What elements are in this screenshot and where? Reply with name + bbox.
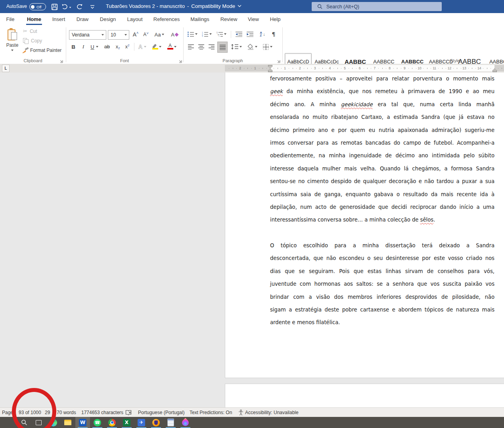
notepad-icon[interactable]: [163, 417, 178, 428]
firefox-focus-icon[interactable]: [149, 417, 163, 428]
font-color-button[interactable]: A: [165, 42, 178, 52]
font-name-value: Verdana: [69, 32, 102, 38]
ruler-tick: [263, 68, 263, 69]
tab-home[interactable]: Home: [26, 15, 42, 25]
strikethrough-button[interactable]: ab: [102, 42, 112, 52]
line-spacing-button[interactable]: [230, 42, 243, 52]
ruler-tick: [457, 68, 457, 69]
page-indicator[interactable]: 93 of 1000: [19, 408, 41, 417]
accessibility-status[interactable]: Accessibility: Unavailable: [245, 408, 299, 417]
ruler-tick: [244, 68, 244, 69]
word-icon[interactable]: W: [75, 417, 90, 428]
ruler-tick: [483, 68, 483, 69]
show-hide-marks-button[interactable]: ¶: [270, 29, 278, 39]
cut-button[interactable]: ✂ Cut: [23, 28, 37, 34]
color-drop-icon[interactable]: [178, 417, 193, 428]
copy-button[interactable]: Copy: [23, 38, 42, 44]
clear-formatting-button[interactable]: A: [169, 30, 180, 39]
word-count-prefix[interactable]: 29: [45, 408, 50, 417]
shading-button[interactable]: [246, 42, 259, 52]
flight-app-icon[interactable]: ✈: [134, 417, 149, 428]
numbering-button[interactable]: 1 2 3: [201, 29, 213, 39]
save-button[interactable]: [50, 2, 59, 11]
justify-button[interactable]: [217, 42, 228, 53]
tab-insert[interactable]: Insert: [52, 15, 66, 23]
increase-indent-button[interactable]: [245, 29, 255, 39]
bullets-button[interactable]: [186, 29, 198, 39]
undo-button[interactable]: [60, 2, 72, 11]
search-placeholder: Search (Alt+Q): [326, 4, 359, 10]
tab-references[interactable]: References: [153, 15, 180, 23]
text-highlight-button[interactable]: [150, 42, 163, 52]
tab-design[interactable]: Design: [99, 15, 117, 23]
tab-stop-selector[interactable]: L: [2, 65, 10, 72]
paragraph-dialog-launcher[interactable]: [276, 58, 281, 63]
ruler-tick: [289, 68, 289, 69]
search-box[interactable]: Search (Alt+Q): [312, 2, 442, 11]
file-explorer-icon[interactable]: [61, 417, 75, 428]
tab-review[interactable]: Review: [220, 15, 238, 23]
horizontal-ruler[interactable]: 121234567891011121314: [225, 65, 504, 71]
document-page-1[interactable]: fervorosamente positiva – aproveitei par…: [225, 73, 504, 378]
superscript-button[interactable]: x2: [123, 42, 132, 52]
customize-quick-access-button[interactable]: [88, 2, 97, 11]
shrink-font-button[interactable]: A˅: [141, 30, 151, 39]
autosave-toggle[interactable]: Off: [29, 3, 46, 10]
format-painter-button[interactable]: Format Painter: [22, 48, 61, 53]
align-center-button[interactable]: [197, 42, 205, 52]
subscript-button[interactable]: x2: [113, 42, 122, 52]
ruler-tick: [502, 68, 502, 69]
document-text[interactable]: fervorosamente positiva – aproveitei par…: [270, 73, 494, 329]
window-title: Tubarões Voadores 2 - manuscrito - Compa…: [106, 3, 241, 9]
autosave-state: Off: [36, 5, 42, 9]
decrease-indent-button[interactable]: [234, 29, 243, 39]
text-predictions-indicator[interactable]: Text Predictions: On: [190, 408, 232, 417]
sort-button[interactable]: AZ ↓: [257, 29, 268, 39]
font-name-combobox[interactable]: Verdana: [69, 30, 106, 40]
borders-button[interactable]: [261, 42, 274, 52]
start-icon[interactable]: [2, 417, 17, 428]
tab-view[interactable]: View: [247, 15, 260, 23]
paste-button[interactable]: Paste: [3, 27, 21, 53]
search-icon: [317, 4, 322, 9]
group-separator: [66, 27, 66, 62]
bold-button[interactable]: B: [69, 42, 78, 52]
grow-font-button[interactable]: A˄: [131, 30, 140, 39]
numbering-icon: 1 2 3: [202, 31, 208, 37]
align-right-button[interactable]: [207, 42, 216, 52]
character-count[interactable]: 1774653 characters: [81, 408, 123, 417]
save-icon: [51, 4, 58, 10]
title-bar: AutoSave Off Tubarões Voadores: [0, 0, 504, 13]
tab-draw[interactable]: Draw: [76, 15, 89, 23]
language-indicator[interactable]: Portuguese (Portugal): [138, 408, 184, 417]
edge-icon[interactable]: [46, 417, 61, 428]
tab-file[interactable]: File: [6, 15, 15, 23]
task-view-icon[interactable]: [31, 417, 46, 428]
title-chevron-down-icon: [238, 5, 241, 8]
whatsapp-icon[interactable]: ☎: [90, 417, 105, 428]
chrome-icon[interactable]: [105, 417, 119, 428]
word-count[interactable]: 70 words: [57, 408, 76, 417]
multilevel-list-button[interactable]: 1 a i: [215, 29, 228, 39]
search-icon[interactable]: [17, 417, 31, 428]
text-line: interesse daquela mulher mais velha. Qua…: [270, 162, 494, 175]
underline-button[interactable]: U: [89, 42, 100, 52]
align-left-button[interactable]: [186, 42, 195, 52]
tab-layout[interactable]: Layout: [126, 15, 143, 23]
change-case-button[interactable]: Aa: [153, 30, 166, 39]
customize-toolbar-icon: [90, 4, 95, 9]
clipboard-dialog-launcher[interactable]: [59, 58, 64, 63]
ruler-tick: [498, 68, 498, 69]
text-line: dias que se seguiram. Pois que estas lin…: [270, 265, 494, 278]
page-indicator-prefix[interactable]: Page: [2, 408, 13, 417]
tab-mailings[interactable]: Mailings: [190, 15, 210, 23]
italic-button[interactable]: I: [79, 42, 87, 52]
font-size-combobox[interactable]: 10: [108, 30, 129, 40]
tab-help[interactable]: Help: [269, 15, 282, 23]
ruler-tick: [401, 68, 401, 69]
excel-icon[interactable]: X: [119, 417, 134, 428]
document-page-2[interactable]: [225, 384, 504, 407]
text-effects-button[interactable]: A: [136, 42, 148, 52]
font-dialog-launcher[interactable]: [178, 58, 183, 63]
redo-button[interactable]: [75, 2, 84, 11]
